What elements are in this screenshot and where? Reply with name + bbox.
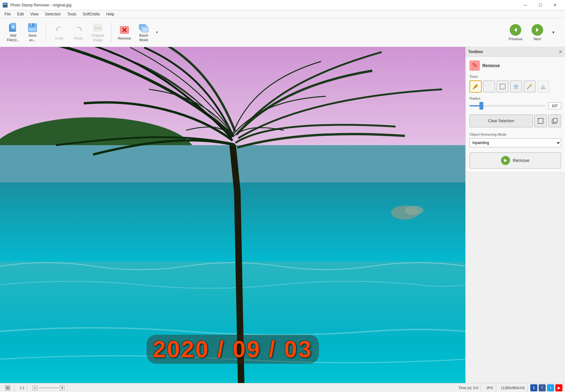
mode-label: Object Removing Mode xyxy=(469,132,561,136)
window-title: Photo Stamp Remover - original.jpg xyxy=(10,3,71,7)
svg-marker-18 xyxy=(514,28,517,32)
zoom-slider[interactable] xyxy=(39,387,58,388)
batch-mode-button[interactable]: Batch Mode xyxy=(134,21,153,44)
undo-label: Undo xyxy=(55,36,63,41)
remove-action-icon xyxy=(501,156,510,165)
svg-rect-7 xyxy=(29,28,36,31)
svg-rect-17 xyxy=(142,27,148,32)
toolbar-sep-2 xyxy=(111,23,111,42)
remove-action-button[interactable]: Remove xyxy=(469,152,561,169)
rect-select-tool-button[interactable] xyxy=(497,80,509,93)
selection-copy-button[interactable] xyxy=(548,114,561,127)
toolbox-panel: Toolbox ✕ Remove Tools xyxy=(465,47,565,383)
zoom-controls: − + xyxy=(32,385,65,390)
main-content: 2020 / 09 / 03 Toolbox ✕ Remove Tools xyxy=(0,47,565,383)
redo-icon xyxy=(73,24,84,36)
youtube-icon-button[interactable]: ▶ xyxy=(555,384,562,391)
menu-tools[interactable]: Tools xyxy=(64,10,79,18)
stamp-tool-button[interactable] xyxy=(537,80,549,93)
tools-row xyxy=(469,80,561,93)
toolbox-close-button[interactable]: ✕ xyxy=(559,49,562,54)
magic-wand-tool-button[interactable] xyxy=(524,80,536,93)
zoom-out-button[interactable]: − xyxy=(32,385,38,390)
menu-help[interactable]: Help xyxy=(103,10,118,18)
svg-rect-24 xyxy=(0,182,465,275)
remove-button[interactable]: Remove xyxy=(115,21,134,44)
radius-row: 107 xyxy=(469,102,561,109)
next-icon xyxy=(532,24,543,36)
app-icon: 📷 xyxy=(3,3,8,8)
svg-rect-32 xyxy=(500,84,505,89)
save-as-label: Save as... xyxy=(25,33,40,42)
menu-file[interactable]: File xyxy=(1,10,14,18)
navigation-area: Previous Next ▼ xyxy=(506,21,562,44)
mode-select[interactable]: Inpainting Smart Fill Content-Aware xyxy=(469,138,561,147)
next-label: Next xyxy=(534,37,541,41)
remove-section: Remove Tools xyxy=(466,57,565,173)
selection-rect-button[interactable] xyxy=(534,114,547,127)
svg-rect-25 xyxy=(0,261,465,383)
window-controls: — ☐ ✕ xyxy=(518,0,562,10)
svg-point-11 xyxy=(95,25,97,27)
status-dimensions: (1280x960x24) xyxy=(499,383,528,392)
facebook-icon-button[interactable]: f xyxy=(539,384,546,391)
menu-view[interactable]: View xyxy=(27,10,42,18)
add-file-button[interactable]: Add File(s)... xyxy=(4,21,23,44)
undo-button[interactable]: Undo xyxy=(50,21,68,44)
original-image-label: Original Image xyxy=(90,33,105,42)
menu-softorbits[interactable]: SoftOrbits xyxy=(79,10,103,18)
nav-dropdown-arrow[interactable]: ▼ xyxy=(550,29,557,36)
maximize-button[interactable]: ☐ xyxy=(533,0,548,10)
svg-line-33 xyxy=(527,85,531,89)
save-as-button[interactable]: Save as... xyxy=(23,21,42,44)
toolbar-sep-1 xyxy=(46,23,46,42)
timestamp-overlay: 2020 / 09 / 03 xyxy=(146,335,319,364)
svg-rect-40 xyxy=(553,118,557,123)
menu-selection[interactable]: Selection xyxy=(42,10,64,18)
status-zoom-indicator xyxy=(3,383,14,392)
svg-rect-35 xyxy=(542,85,544,87)
twitter-icon-button[interactable]: t xyxy=(547,384,554,391)
close-button[interactable]: ✕ xyxy=(548,0,562,10)
status-zoom-controls: − + xyxy=(30,383,68,392)
beach-scene-svg xyxy=(0,47,465,383)
info-icon-button[interactable]: ℹ xyxy=(530,384,537,391)
marker-tool-button[interactable] xyxy=(469,80,482,93)
remove-section-title: Remove xyxy=(482,63,500,68)
add-file-icon xyxy=(7,23,19,33)
status-format: JPG xyxy=(484,383,496,392)
undo-icon xyxy=(53,24,65,36)
canvas-image: 2020 / 09 / 03 xyxy=(0,47,465,383)
minimize-button[interactable]: — xyxy=(518,0,533,10)
remove-icon xyxy=(119,24,130,36)
toolbar-group-undoredo: Undo Redo Original Image xyxy=(49,21,108,44)
zoom-preview-icon xyxy=(5,385,10,390)
zoom-in-button[interactable]: + xyxy=(59,385,65,390)
clear-selection-row: Clear Selection xyxy=(469,114,561,127)
batch-mode-label: Batch Mode xyxy=(136,33,151,42)
status-zoom-ratio: 1:1 xyxy=(17,383,27,392)
previous-button[interactable]: Previous xyxy=(506,21,525,44)
radius-slider[interactable] xyxy=(469,105,546,106)
original-image-button[interactable]: Original Image xyxy=(88,21,107,44)
next-button[interactable]: Next xyxy=(528,21,547,44)
svg-line-28 xyxy=(473,88,474,89)
status-social-icons: ℹ f t ▶ xyxy=(530,384,562,391)
menu-bar: File Edit View Selection Tools SoftOrbit… xyxy=(0,10,565,18)
radius-label: Radius xyxy=(469,96,561,100)
toolbar-group-file: Add File(s)... Save as... xyxy=(3,21,43,44)
eraser-tool-button[interactable] xyxy=(483,80,495,93)
save-as-icon xyxy=(27,23,38,33)
menu-edit[interactable]: Edit xyxy=(14,10,27,18)
clear-selection-button[interactable]: Clear Selection xyxy=(469,114,533,127)
svg-rect-36 xyxy=(541,88,546,89)
status-time: Time (s): 0.0 xyxy=(456,383,481,392)
redo-button[interactable]: Redo xyxy=(69,21,88,44)
redo-label: Redo xyxy=(74,36,83,41)
toolbox-header: Toolbox ✕ xyxy=(466,47,565,57)
radius-thumb[interactable] xyxy=(479,102,483,110)
canvas-area[interactable]: 2020 / 09 / 03 xyxy=(0,47,465,383)
previous-label: Previous xyxy=(509,37,523,41)
magic-select-tool-button[interactable] xyxy=(510,80,522,93)
dropdown-arrow[interactable]: ▼ xyxy=(154,21,160,44)
